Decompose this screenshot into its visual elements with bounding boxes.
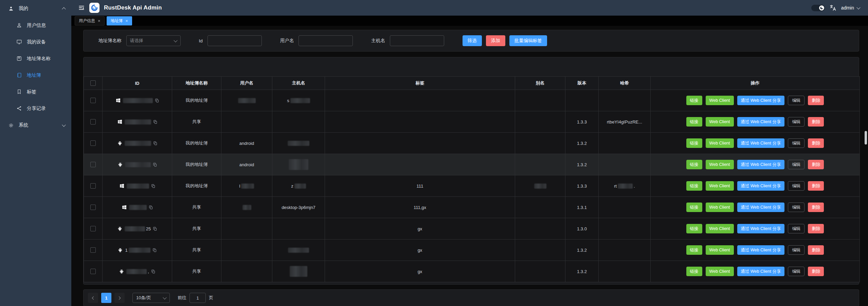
row-checkbox[interactable] (90, 247, 96, 253)
sidebar-item[interactable]: 用户信息 (0, 17, 71, 34)
action-button-success[interactable]: Web Client (706, 96, 734, 105)
copy-icon[interactable] (153, 141, 158, 146)
action-button-danger[interactable]: 删除 (808, 245, 824, 255)
action-button-success[interactable]: 链接 (686, 245, 702, 255)
column-header: 地址簿名称 (172, 77, 221, 90)
action-button-primary[interactable]: 通过 Web Client 分享 (737, 160, 785, 169)
copy-icon[interactable] (149, 205, 153, 210)
action-button-success[interactable]: 链接 (686, 267, 702, 276)
action-button-success[interactable]: Web Client (706, 117, 734, 127)
sidebar-item[interactable]: 地址簿 (0, 67, 71, 83)
action-button-success[interactable]: 链接 (686, 181, 702, 191)
action-button-primary[interactable]: 通过 Web Client 分享 (737, 267, 785, 276)
action-button-danger[interactable]: 删除 (808, 224, 824, 233)
sidebar-item[interactable]: 我的设备 (0, 34, 71, 50)
close-icon[interactable]: × (98, 19, 101, 23)
action-button-success[interactable]: 链接 (686, 138, 702, 148)
row-checkbox[interactable] (90, 205, 96, 210)
action-button-success[interactable]: 链接 (686, 224, 702, 233)
action-button-plain[interactable]: 编辑 (788, 181, 804, 191)
collapse-menu-icon[interactable] (78, 4, 85, 11)
sidebar-group-label: 我的 (19, 5, 58, 12)
action-button-success[interactable]: Web Client (706, 181, 734, 191)
batch-edit-tags-button[interactable]: 批量编辑标签 (509, 35, 547, 46)
row-checkbox[interactable] (90, 119, 96, 125)
select-all-checkbox[interactable] (90, 80, 96, 86)
row-checkbox[interactable] (90, 162, 96, 167)
row-checkbox[interactable] (90, 183, 96, 189)
username-cell (221, 111, 272, 133)
action-button-plain[interactable]: 编辑 (788, 138, 804, 148)
copy-icon[interactable] (155, 98, 159, 103)
sidebar-item[interactable]: 地址簿名称 (0, 50, 71, 67)
next-page-button[interactable] (114, 293, 125, 303)
device-id-cell (105, 205, 170, 210)
action-button-primary[interactable]: 通过 Web Client 分享 (737, 224, 785, 233)
action-button-success[interactable]: 链接 (686, 160, 702, 169)
row-checkbox[interactable] (90, 269, 96, 274)
action-button-plain[interactable]: 编辑 (788, 117, 804, 127)
action-button-plain[interactable]: 编辑 (788, 160, 804, 169)
copy-icon[interactable] (151, 269, 156, 274)
action-button-danger[interactable]: 删除 (808, 181, 824, 191)
page-number-active[interactable]: 1 (101, 293, 111, 303)
copy-icon[interactable] (152, 248, 157, 252)
action-button-plain[interactable]: 编辑 (788, 203, 804, 212)
copy-icon[interactable] (153, 120, 158, 124)
close-icon[interactable]: × (126, 19, 128, 23)
action-button-success[interactable]: Web Client (706, 203, 734, 212)
action-button-primary[interactable]: 通过 Web Client 分享 (737, 203, 785, 212)
action-button-danger[interactable]: 删除 (808, 96, 824, 105)
action-button-plain[interactable]: 编辑 (788, 96, 804, 105)
action-button-success[interactable]: 链接 (686, 117, 702, 127)
username-input[interactable] (299, 35, 353, 46)
redacted-text (125, 119, 151, 125)
id-input[interactable] (207, 35, 262, 46)
action-button-success[interactable]: Web Client (706, 224, 734, 233)
copy-icon[interactable] (153, 162, 157, 167)
action-button-primary[interactable]: 通过 Web Client 分享 (737, 117, 785, 127)
action-button-primary[interactable]: 通过 Web Client 分享 (737, 181, 785, 191)
action-button-plain[interactable]: 编辑 (788, 245, 804, 255)
copy-icon[interactable] (153, 227, 157, 231)
action-button-primary[interactable]: 通过 Web Client 分享 (737, 245, 785, 255)
tab[interactable]: 用户信息× (75, 16, 105, 25)
row-checkbox[interactable] (90, 98, 96, 103)
action-button-success[interactable]: Web Client (706, 245, 734, 255)
column-header: 版本 (565, 77, 599, 90)
vertical-scrollbar[interactable] (865, 131, 867, 145)
prev-page-button[interactable] (88, 293, 98, 303)
action-button-success[interactable]: Web Client (706, 160, 734, 169)
action-button-primary[interactable]: 通过 Web Client 分享 (737, 96, 785, 105)
action-button-primary[interactable]: 通过 Web Client 分享 (737, 138, 785, 148)
version-cell: 1.3.3 (565, 111, 599, 133)
sidebar-item[interactable]: 分享记录 (0, 100, 71, 117)
goto-page-input[interactable] (189, 293, 206, 303)
action-button-plain[interactable]: 编辑 (788, 224, 804, 233)
sidebar-group-system[interactable]: 系统 (0, 117, 71, 134)
filter-button[interactable]: 筛选 (463, 35, 482, 46)
action-button-success[interactable]: Web Client (706, 138, 734, 148)
sidebar-item[interactable]: 标签 (0, 83, 71, 100)
page-size-select[interactable]: 10条/页 (132, 293, 170, 303)
action-button-success[interactable]: 链接 (686, 96, 702, 105)
hostname-input[interactable] (390, 35, 444, 46)
copy-icon[interactable] (151, 184, 156, 188)
row-checkbox[interactable] (90, 226, 96, 231)
action-button-success[interactable]: Web Client (706, 267, 734, 276)
row-checkbox[interactable] (90, 140, 96, 146)
action-button-danger[interactable]: 删除 (808, 267, 824, 276)
action-button-danger[interactable]: 删除 (808, 138, 824, 148)
action-button-danger[interactable]: 删除 (808, 160, 824, 169)
dark-mode-toggle[interactable] (811, 5, 825, 11)
action-button-plain[interactable]: 编辑 (788, 267, 804, 276)
action-button-success[interactable]: 链接 (686, 203, 702, 212)
tab[interactable]: 地址簿× (107, 16, 132, 25)
sidebar-group-mine[interactable]: 我的 (0, 0, 71, 17)
language-switch-icon[interactable] (829, 4, 837, 12)
add-button[interactable]: 添加 (486, 35, 505, 46)
action-button-danger[interactable]: 删除 (808, 203, 824, 212)
action-button-danger[interactable]: 删除 (808, 117, 824, 127)
user-menu[interactable]: admin (841, 5, 860, 11)
book-name-select[interactable]: 请选择 (126, 35, 181, 46)
